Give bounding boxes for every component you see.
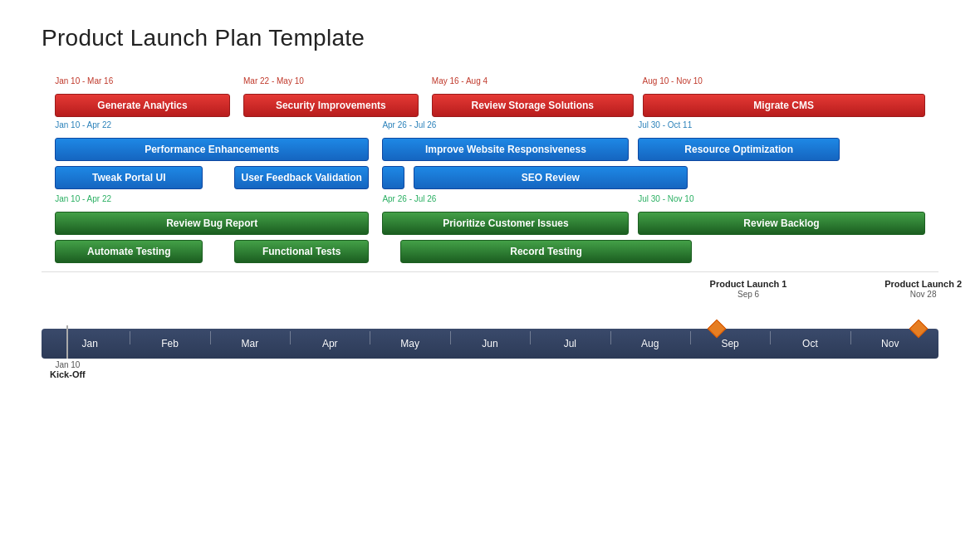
red-date-labels-row: Jan 10 - Mar 16 Mar 22 - May 10 May 16 -… — [42, 76, 938, 90]
gantt-area: Jan 10 - Mar 16 Mar 22 - May 10 May 16 -… — [42, 76, 938, 359]
launch-1-diamond-container — [710, 322, 723, 335]
kickoff-label: Kick-Off — [50, 369, 86, 379]
month-nov: Nov — [850, 338, 930, 349]
timeline-months: Jan Feb Mar Apr May Jun Jul Aug Sep Oct … — [42, 338, 938, 349]
bar-review-backlog: Review Backlog — [638, 212, 925, 235]
date-label-1: Jan 10 - Mar 16 — [55, 76, 113, 85]
green-date-label-2: Apr 26 - Jul 26 — [382, 194, 436, 203]
launch-2-date: Nov 28 — [910, 290, 937, 299]
month-sep: Sep — [690, 338, 770, 349]
blue-bars-row1: Performance Enhancements Improve Website… — [42, 134, 938, 159]
date-label-2: Mar 22 - May 10 — [243, 76, 304, 85]
blue-date-labels-row1: Jan 10 - Apr 22 Apr 26 - Jul 26 Jul 30 -… — [42, 120, 938, 134]
bar-prioritize-customer: Prioritize Customer Issues — [382, 212, 629, 235]
month-jun: Jun — [450, 338, 530, 349]
page-container: Product Launch Plan Template Jan 10 - Ma… — [0, 0, 980, 552]
bar-user-feedback: User Feedback Validation — [234, 166, 369, 189]
kickoff-line — [66, 325, 68, 359]
month-oct: Oct — [770, 338, 850, 349]
bar-functional-tests: Functional Tests — [234, 240, 369, 263]
month-jul: Jul — [530, 338, 610, 349]
launch-2-diamond — [909, 320, 928, 339]
bar-review-storage: Review Storage Solutions — [432, 94, 634, 117]
green-bars-row1: Review Bug Report Prioritize Customer Is… — [42, 208, 938, 233]
blue-date-label-2: Apr 26 - Jul 26 — [382, 120, 436, 129]
bar-seo-stub — [382, 166, 404, 189]
launch-2-name: Product Launch 2 — [884, 279, 962, 289]
green-date-label-1: Jan 10 - Apr 22 — [55, 194, 111, 203]
green-date-label-3: Jul 30 - Nov 10 — [638, 194, 693, 203]
launch-1-marker: Product Launch 1 Sep 6 — [710, 279, 787, 299]
bar-migrate-cms: Migrate CMS — [643, 94, 925, 117]
bar-record-testing: Record Testing — [400, 240, 692, 263]
bar-improve-website: Improve Website Responsiveness — [382, 138, 629, 161]
launch-2-marker: Product Launch 2 Nov 28 — [884, 279, 962, 299]
blue-date-label-1: Jan 10 - Apr 22 — [55, 120, 111, 129]
month-mar: Mar — [210, 338, 290, 349]
blue-bars-row2: Tweak Portal UI User Feedback Validation… — [42, 163, 938, 188]
bar-review-bug-report: Review Bug Report — [55, 212, 369, 235]
bar-automate-testing: Automate Testing — [55, 240, 203, 263]
timeline-bar: Jan Feb Mar Apr May Jun Jul Aug Sep Oct … — [42, 329, 938, 359]
kickoff-date-label: Jan 10 — [55, 360, 80, 369]
bar-seo-review: SEO Review — [414, 166, 687, 189]
launch-2-diamond-container — [912, 322, 925, 335]
launch-1-diamond — [707, 320, 726, 339]
bar-tweak-portal: Tweak Portal UI — [55, 166, 203, 189]
month-feb: Feb — [130, 338, 209, 349]
timeline-container: Jan Feb Mar Apr May Jun Jul Aug Sep Oct … — [42, 329, 938, 359]
bar-resource-optimization: Resource Optimization — [638, 138, 840, 161]
launch-1-date: Sep 6 — [737, 290, 759, 299]
bar-performance-enhancements: Performance Enhancements — [55, 138, 369, 161]
red-bars-row: Generate Analytics Security Improvements… — [42, 90, 938, 115]
date-label-4: Aug 10 - Nov 10 — [643, 76, 703, 85]
bar-generate-analytics: Generate Analytics — [55, 94, 230, 117]
launch-1-name: Product Launch 1 — [710, 279, 787, 289]
month-may: May — [370, 338, 449, 349]
green-bars-row2: Automate Testing Functional Tests Record… — [42, 237, 938, 261]
date-label-3: May 16 - Aug 4 — [432, 76, 488, 85]
green-date-labels-row: Jan 10 - Apr 22 Apr 26 - Jul 26 Jul 30 -… — [42, 194, 938, 208]
milestone-area: Product Launch 1 Sep 6 Product Launch 2 … — [42, 279, 938, 329]
kickoff-marker: Jan 10 Kick-Off — [50, 329, 86, 379]
month-apr: Apr — [290, 338, 370, 349]
page-title: Product Launch Plan Template — [42, 25, 938, 51]
month-aug: Aug — [610, 338, 690, 349]
section-separator — [42, 271, 938, 272]
blue-date-label-3: Jul 30 - Oct 11 — [638, 120, 692, 129]
bar-security-improvements: Security Improvements — [243, 94, 419, 117]
